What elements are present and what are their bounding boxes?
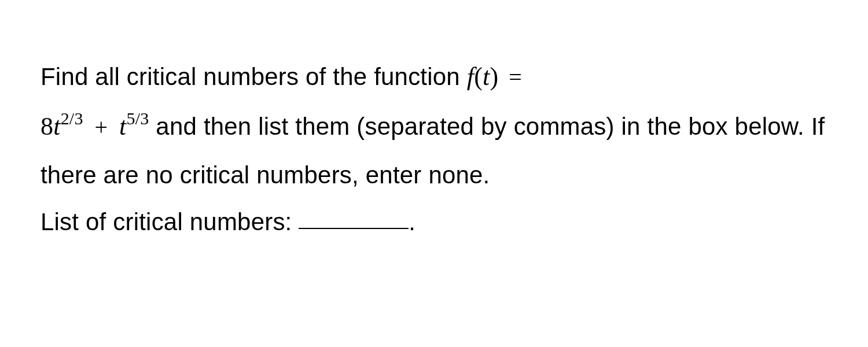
paren-open: ( bbox=[474, 62, 483, 91]
equals-sign: = bbox=[509, 64, 522, 90]
function-definition: f(t) = bbox=[467, 63, 525, 90]
answer-blank-input[interactable] bbox=[299, 205, 409, 229]
answer-prompt-label: List of critical numbers: bbox=[41, 208, 299, 235]
plus-sign: + bbox=[94, 114, 108, 140]
answer-suffix: . bbox=[409, 208, 415, 235]
problem-statement: Find all critical numbers of the functio… bbox=[41, 52, 827, 246]
function-name-f: f bbox=[467, 62, 474, 91]
term-1-exponent: 2/3 bbox=[61, 109, 83, 128]
function-expression: 8t2/3 + t5/3 bbox=[41, 113, 156, 140]
function-variable-t: t bbox=[483, 62, 490, 91]
problem-body-text: and then list them (separated by commas)… bbox=[41, 113, 825, 189]
term-2: t5/3 bbox=[119, 102, 149, 152]
term-1-base: t bbox=[53, 112, 60, 141]
term-2-exponent: 5/3 bbox=[127, 109, 149, 128]
problem-intro-text: Find all critical numbers of the functio… bbox=[41, 63, 467, 90]
term-1: 8t2/3 bbox=[41, 102, 83, 152]
term-2-base: t bbox=[119, 112, 126, 141]
paren-close: ) bbox=[490, 62, 498, 91]
term-1-coefficient: 8 bbox=[41, 112, 53, 141]
